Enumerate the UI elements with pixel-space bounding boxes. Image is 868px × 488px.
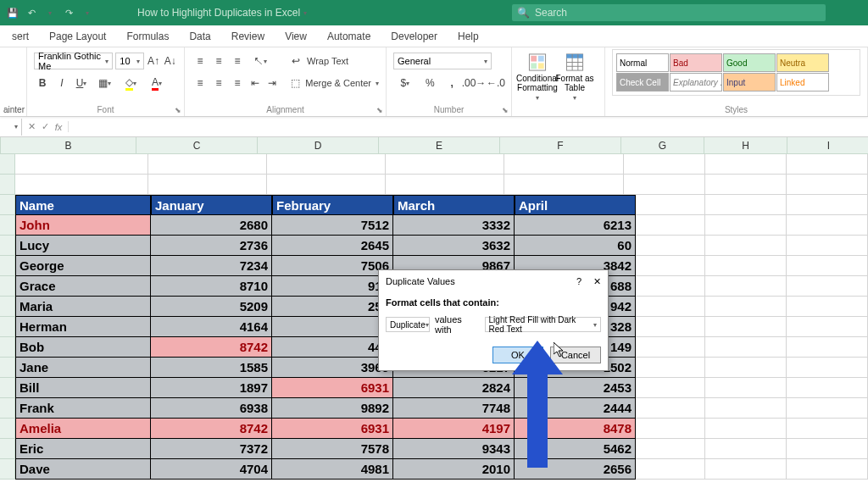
cell-styles-gallery[interactable]: Normal Bad Good Neutra Check Cell Explan… — [612, 49, 860, 96]
table-cell[interactable]: 2645 — [272, 236, 393, 256]
underline-icon[interactable]: U▾ — [73, 75, 90, 92]
table-header[interactable]: January — [151, 195, 272, 215]
accept-formula-icon[interactable]: ✓ — [39, 121, 51, 132]
tab-review[interactable]: Review — [221, 25, 275, 47]
ok-button[interactable]: OK — [492, 347, 543, 363]
table-header[interactable]: Name — [15, 195, 151, 215]
tab-automate[interactable]: Automate — [317, 25, 381, 47]
undo-drop-icon[interactable]: ▾ — [42, 5, 58, 20]
col-header[interactable]: D — [258, 137, 379, 153]
comma-format-icon[interactable]: , — [443, 75, 460, 92]
table-cell[interactable]: Amelia — [15, 419, 151, 439]
merge-center-button[interactable]: Merge & Center — [305, 78, 371, 88]
decrease-decimal-icon[interactable]: ←.0 — [487, 75, 504, 92]
font-name-select[interactable]: Franklin Gothic Me▾ — [34, 53, 113, 69]
table-cell[interactable]: 444 — [272, 337, 393, 358]
table-cell[interactable]: 258 — [272, 297, 393, 317]
tab-view[interactable]: View — [275, 25, 317, 47]
table-cell[interactable]: Bob — [15, 337, 151, 358]
table-cell[interactable]: 6 — [272, 317, 393, 337]
tab-developer[interactable]: Developer — [381, 25, 448, 47]
table-cell[interactable]: 8710 — [151, 276, 272, 297]
table-cell[interactable]: Grace — [15, 276, 151, 297]
align-top-icon[interactable]: ≡ — [192, 53, 209, 69]
accounting-format-icon[interactable]: $▾ — [393, 75, 417, 92]
style-input[interactable]: Input — [723, 73, 776, 92]
table-cell[interactable]: 7506 — [272, 256, 393, 276]
format-as-table-button[interactable]: Format as Table▾ — [556, 49, 593, 102]
table-cell[interactable]: 5462 — [515, 439, 636, 459]
close-icon[interactable]: ✕ — [593, 276, 601, 287]
table-cell[interactable]: 3969 — [272, 358, 393, 378]
table-cell[interactable]: 7372 — [151, 439, 272, 459]
alignment-dialog-icon[interactable]: ⬊ — [376, 106, 383, 114]
table-cell[interactable]: 3632 — [393, 236, 515, 256]
format-painter-button[interactable]: ainter — [0, 47, 27, 116]
table-cell[interactable]: 2824 — [393, 378, 515, 398]
table-cell[interactable]: 7748 — [393, 398, 515, 419]
col-header[interactable]: E — [379, 137, 500, 153]
table-cell[interactable]: 8742 — [151, 419, 272, 439]
name-box[interactable]: ▾ — [0, 119, 22, 136]
table-cell[interactable]: 6931 — [272, 419, 393, 439]
format-style-select[interactable]: Light Red Fill with Dark Red Text▾ — [485, 317, 601, 332]
table-cell[interactable]: Frank — [15, 398, 151, 419]
bold-icon[interactable]: B — [34, 75, 51, 92]
table-cell[interactable]: 2010 — [393, 459, 515, 480]
col-header[interactable]: G — [621, 137, 704, 153]
style-check-cell[interactable]: Check Cell — [616, 73, 669, 92]
increase-decimal-icon[interactable]: .00→ — [465, 75, 482, 92]
table-cell[interactable]: 1585 — [151, 358, 272, 378]
align-right-icon[interactable]: ≡ — [229, 75, 246, 92]
font-color-icon[interactable]: A▾ — [145, 75, 169, 92]
style-good[interactable]: Good — [723, 53, 776, 72]
table-cell[interactable]: 60 — [515, 236, 636, 256]
table-cell[interactable]: 9343 — [393, 439, 515, 459]
number-dialog-icon[interactable]: ⬊ — [502, 106, 509, 114]
align-bottom-icon[interactable]: ≡ — [229, 53, 246, 69]
col-header[interactable]: H — [704, 137, 787, 153]
table-cell[interactable]: 2444 — [515, 398, 636, 419]
table-header[interactable]: March — [393, 195, 515, 215]
table-cell[interactable]: 8742 — [151, 337, 272, 358]
wrap-text-button[interactable]: Wrap Text — [307, 56, 348, 66]
style-explanatory[interactable]: Explanatory ... — [670, 73, 722, 92]
help-icon[interactable]: ? — [576, 276, 581, 286]
decrease-font-icon[interactable]: A↓ — [163, 53, 177, 69]
table-cell[interactable]: Lucy — [15, 236, 151, 256]
table-cell[interactable]: Jane — [15, 358, 151, 378]
align-center-icon[interactable]: ≡ — [210, 75, 227, 92]
tab-page-layout[interactable]: Page Layout — [39, 25, 116, 47]
col-header[interactable]: I — [787, 137, 868, 153]
table-cell[interactable]: 4164 — [151, 317, 272, 337]
style-neutral[interactable]: Neutra — [776, 53, 829, 72]
table-cell[interactable]: Bill — [15, 378, 151, 398]
cancel-formula-icon[interactable]: ✕ — [25, 121, 37, 132]
number-format-select[interactable]: General▾ — [393, 53, 492, 69]
table-cell[interactable]: 8478 — [515, 419, 636, 439]
table-cell[interactable]: 4197 — [393, 419, 515, 439]
style-normal[interactable]: Normal — [616, 53, 669, 72]
align-left-icon[interactable]: ≡ — [192, 75, 209, 92]
rule-type-select[interactable]: Duplicate▾ — [386, 317, 430, 332]
cancel-button[interactable]: Cancel — [550, 347, 601, 363]
align-middle-icon[interactable]: ≡ — [210, 53, 227, 69]
table-cell[interactable]: 4981 — [272, 459, 393, 480]
fill-color-icon[interactable]: ◇▾ — [119, 75, 142, 92]
decrease-indent-icon[interactable]: ⇤ — [248, 75, 263, 92]
table-cell[interactable]: Maria — [15, 297, 151, 317]
table-cell[interactable]: 6931 — [272, 378, 393, 398]
tab-formulas[interactable]: Formulas — [116, 25, 179, 47]
font-size-select[interactable]: 10▾ — [115, 53, 143, 69]
italic-icon[interactable]: I — [53, 75, 70, 92]
table-cell[interactable]: Herman — [15, 317, 151, 337]
save-icon[interactable]: 💾 — [5, 5, 20, 20]
table-header[interactable]: February — [272, 195, 393, 215]
orientation-icon[interactable]: ⭦▾ — [248, 53, 272, 69]
search-input[interactable]: 🔍 Search — [512, 4, 826, 21]
table-cell[interactable]: 5209 — [151, 297, 272, 317]
redo-drop-icon[interactable]: ▾ — [80, 5, 95, 20]
table-cell[interactable]: 7578 — [272, 439, 393, 459]
redo-icon[interactable]: ↷ — [61, 5, 76, 20]
table-cell[interactable]: 1897 — [151, 378, 272, 398]
